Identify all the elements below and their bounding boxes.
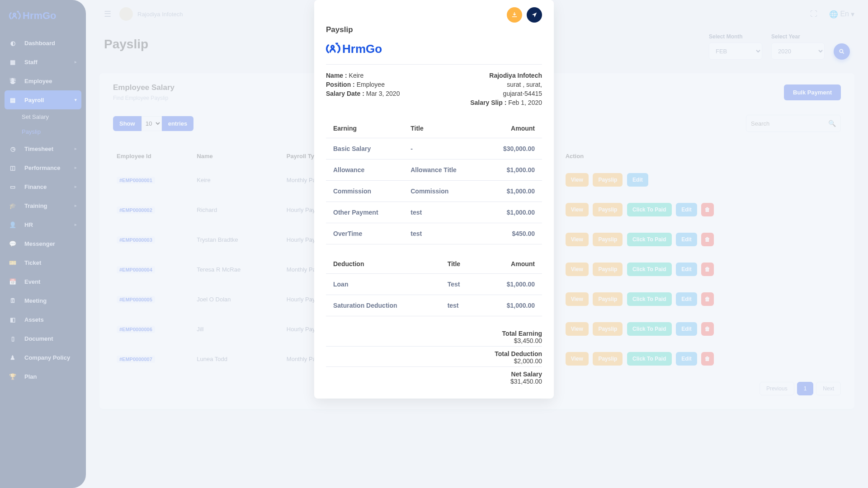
net-salary-value: $31,450.00 [326,378,542,385]
svg-point-3 [331,46,334,48]
deduction-row: LoanTest$1,000.00 [326,274,542,295]
earning-row: OverTimetest$450.00 [326,223,542,244]
download-button[interactable] [507,7,522,23]
earning-row: CommissionCommission$1,000.00 [326,181,542,202]
earning-table: Earning Title Amount Basic Salary-$30,00… [326,119,542,244]
employee-name: Keire [349,72,364,79]
salary-date: Mar 3, 2020 [366,90,400,97]
company-name: Rajodiya Infotech [489,72,542,79]
earning-row: Basic Salary-$30,000.00 [326,138,542,160]
deduction-table: Deduction Title Amount LoanTest$1,000.00… [326,254,542,316]
modal-title: Payslip [326,25,542,34]
payslip-modal: Payslip HrmGo Name : Keire Position : Em… [314,0,554,399]
total-earning-label: Total Earning [326,330,542,337]
net-salary-label: Net Salary [326,371,542,378]
company-addr1: surat , surat, [470,81,542,88]
earning-row: Other Paymenttest$1,000.00 [326,202,542,223]
modal-brand: HrmGo [326,42,542,56]
earning-row: AllowanceAllowance Title$1,000.00 [326,160,542,181]
total-deduction-value: $2,000.00 [326,357,542,365]
company-addr2: gujarat-54415 [470,90,542,97]
deduction-row: Saturation Deductiontest$1,000.00 [326,295,542,316]
total-deduction-label: Total Deduction [326,350,542,357]
employee-position: Employee [357,81,385,88]
totals: Total Earning $3,450.00 Total Deduction … [326,326,542,387]
send-button[interactable] [527,7,542,23]
total-earning-value: $3,450.00 [326,337,542,344]
payslip-meta: Name : Keire Position : Employee Salary … [326,65,542,108]
salary-slip-date: Feb 1, 2020 [508,99,542,106]
